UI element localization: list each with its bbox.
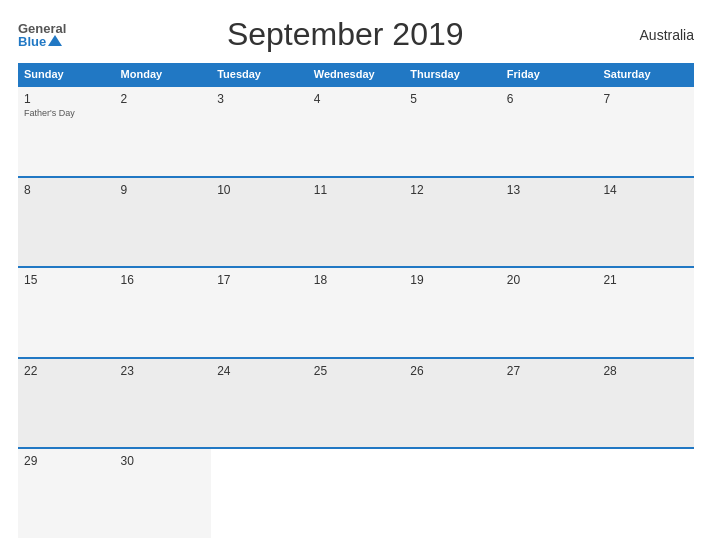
day-22: 22 bbox=[18, 359, 115, 448]
day-1: 1Father's Day bbox=[18, 87, 115, 176]
day-empty-1 bbox=[211, 449, 308, 538]
day-16: 16 bbox=[115, 268, 212, 357]
calendar-week-4: 22 23 24 25 26 27 28 bbox=[18, 357, 694, 448]
day-14: 14 bbox=[597, 178, 694, 267]
day-6: 6 bbox=[501, 87, 598, 176]
calendar-header: Sunday Monday Tuesday Wednesday Thursday… bbox=[18, 63, 694, 85]
day-25: 25 bbox=[308, 359, 405, 448]
day-empty-3 bbox=[404, 449, 501, 538]
calendar-page: General Blue September 2019 Australia Su… bbox=[0, 0, 712, 550]
day-17: 17 bbox=[211, 268, 308, 357]
day-20: 20 bbox=[501, 268, 598, 357]
day-empty-5 bbox=[597, 449, 694, 538]
day-24: 24 bbox=[211, 359, 308, 448]
country-label: Australia bbox=[624, 27, 694, 43]
day-13: 13 bbox=[501, 178, 598, 267]
logo-general-text: General bbox=[18, 22, 66, 35]
day-19: 19 bbox=[404, 268, 501, 357]
day-8: 8 bbox=[18, 178, 115, 267]
day-29: 29 bbox=[18, 449, 115, 538]
day-21: 21 bbox=[597, 268, 694, 357]
calendar-week-2: 8 9 10 11 12 13 14 bbox=[18, 176, 694, 267]
day-empty-4 bbox=[501, 449, 598, 538]
day-empty-2 bbox=[308, 449, 405, 538]
header-thursday: Thursday bbox=[404, 63, 501, 85]
header-sunday: Sunday bbox=[18, 63, 115, 85]
day-2: 2 bbox=[115, 87, 212, 176]
header: General Blue September 2019 Australia bbox=[18, 16, 694, 53]
logo-blue-text: Blue bbox=[18, 35, 62, 48]
day-18: 18 bbox=[308, 268, 405, 357]
header-friday: Friday bbox=[501, 63, 598, 85]
day-7: 7 bbox=[597, 87, 694, 176]
day-26: 26 bbox=[404, 359, 501, 448]
page-title: September 2019 bbox=[66, 16, 624, 53]
header-monday: Monday bbox=[115, 63, 212, 85]
header-wednesday: Wednesday bbox=[308, 63, 405, 85]
header-saturday: Saturday bbox=[597, 63, 694, 85]
day-28: 28 bbox=[597, 359, 694, 448]
day-3: 3 bbox=[211, 87, 308, 176]
day-10: 10 bbox=[211, 178, 308, 267]
day-11: 11 bbox=[308, 178, 405, 267]
day-30: 30 bbox=[115, 449, 212, 538]
logo-triangle-icon bbox=[48, 35, 62, 46]
day-4: 4 bbox=[308, 87, 405, 176]
header-tuesday: Tuesday bbox=[211, 63, 308, 85]
calendar-week-5: 29 30 bbox=[18, 447, 694, 538]
calendar-body: 1Father's Day 2 3 4 5 6 7 8 9 10 11 12 1… bbox=[18, 85, 694, 538]
day-23: 23 bbox=[115, 359, 212, 448]
day-9: 9 bbox=[115, 178, 212, 267]
calendar-week-1: 1Father's Day 2 3 4 5 6 7 bbox=[18, 85, 694, 176]
day-12: 12 bbox=[404, 178, 501, 267]
calendar-week-3: 15 16 17 18 19 20 21 bbox=[18, 266, 694, 357]
logo: General Blue bbox=[18, 22, 66, 48]
calendar: Sunday Monday Tuesday Wednesday Thursday… bbox=[18, 63, 694, 538]
day-15: 15 bbox=[18, 268, 115, 357]
day-5: 5 bbox=[404, 87, 501, 176]
day-27: 27 bbox=[501, 359, 598, 448]
